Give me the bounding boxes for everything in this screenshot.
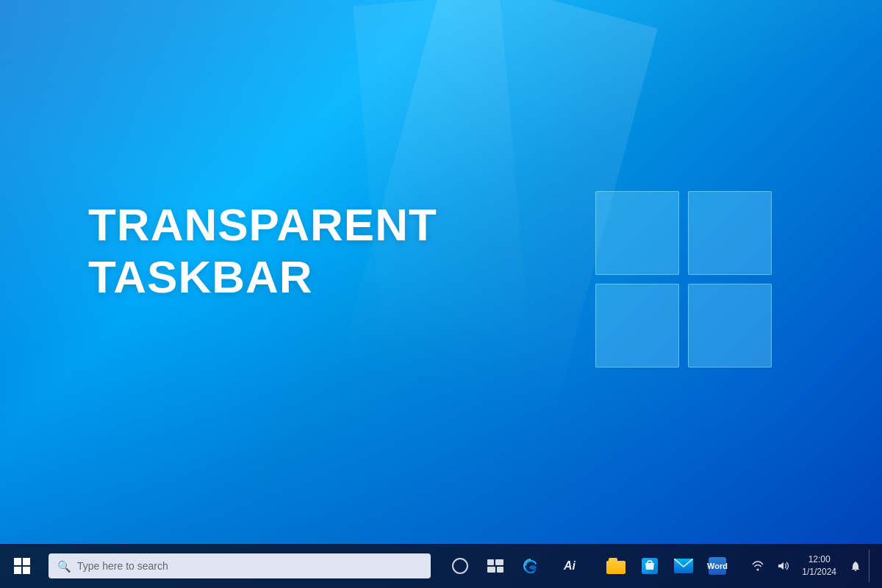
- clock-date: 1/1/2024: [802, 566, 836, 578]
- cortana-button[interactable]: [444, 550, 476, 582]
- svg-rect-4: [487, 559, 494, 565]
- title-line2: TASKBAR: [88, 251, 437, 303]
- word-icon-label: Word: [707, 562, 728, 570]
- svg-rect-2: [14, 567, 21, 574]
- windows-logo-desktop: [595, 191, 772, 368]
- search-icon: 🔍: [57, 561, 71, 572]
- edge-button[interactable]: [514, 550, 547, 582]
- ai-label: Ai: [564, 559, 576, 573]
- svg-point-10: [757, 569, 759, 571]
- windows-flag-icon: [14, 558, 30, 574]
- desktop-title: TRANSPARENT TASKBAR: [88, 198, 437, 304]
- win-logo-pane-bl: [595, 284, 679, 368]
- search-bar[interactable]: 🔍 Type here to search: [49, 553, 431, 578]
- desktop: TRANSPARENT TASKBAR 🔍: [0, 0, 882, 588]
- taskbar-app-icons: Word: [600, 550, 734, 582]
- store-button[interactable]: [634, 550, 666, 582]
- svg-point-8: [529, 565, 537, 570]
- network-button[interactable]: [746, 550, 770, 582]
- system-tray: 12:00 1/1/2024: [746, 550, 882, 582]
- clock-time: 12:00: [808, 553, 831, 566]
- notification-button[interactable]: [844, 550, 867, 582]
- clock[interactable]: 12:00 1/1/2024: [796, 553, 842, 578]
- win-logo-pane-tl: [595, 191, 679, 275]
- file-explorer-button[interactable]: [600, 550, 632, 582]
- start-button[interactable]: [0, 544, 44, 588]
- cortana-icon: [452, 558, 468, 574]
- svg-rect-6: [487, 567, 495, 573]
- taskbar: 🔍 Type here to search: [0, 544, 882, 588]
- folder-icon: [606, 558, 625, 574]
- volume-icon: [777, 560, 789, 572]
- word-button[interactable]: Word: [701, 550, 734, 582]
- taskview-icon: [487, 559, 503, 573]
- taskview-button[interactable]: [479, 550, 512, 582]
- svg-rect-3: [23, 567, 30, 574]
- ai-button[interactable]: Ai: [547, 550, 592, 582]
- network-icon: [752, 560, 764, 572]
- volume-button[interactable]: [771, 550, 795, 582]
- word-icon: Word: [709, 557, 726, 575]
- mail-icon: [674, 559, 693, 573]
- svg-rect-7: [497, 567, 503, 573]
- title-line1: TRANSPARENT: [88, 198, 437, 251]
- show-desktop-button[interactable]: [869, 550, 875, 582]
- taskbar-center-icons: [444, 550, 547, 582]
- notification-icon: [850, 560, 861, 572]
- edge-icon: [523, 558, 539, 574]
- win-logo-pane-tr: [688, 191, 772, 275]
- search-placeholder-text: Type here to search: [77, 560, 168, 572]
- win-logo-pane-br: [688, 284, 772, 368]
- svg-rect-1: [23, 558, 30, 565]
- svg-rect-5: [495, 559, 503, 565]
- svg-rect-0: [14, 558, 21, 565]
- mail-button[interactable]: [667, 550, 700, 582]
- store-icon: [642, 558, 658, 574]
